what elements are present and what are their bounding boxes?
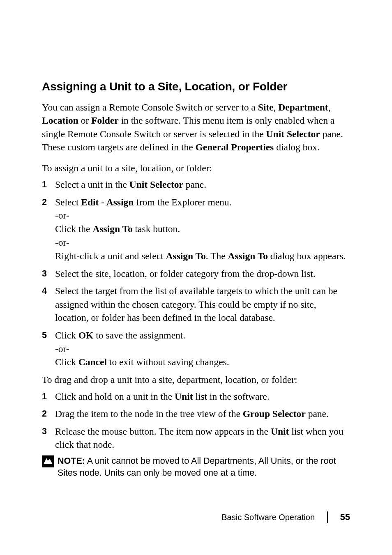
note-body: A unit cannot be moved to All Department… [58,456,336,478]
text: task button. [133,223,180,234]
bold-group-selector: Group Selector [243,408,306,419]
list-number: 1 [42,390,55,403]
bold-unit: Unit [175,391,193,402]
text: . The [206,251,228,261]
text: You can assign a Remote Console Switch o… [42,102,258,113]
intro-paragraph: You can assign a Remote Console Switch o… [42,101,350,154]
bold-assign-to: Assign To [166,251,206,261]
text: Click [55,357,78,367]
bold-ok: OK [78,330,94,341]
or-text: -or- [55,342,350,356]
text: Right-click a unit and select [55,251,166,261]
bold-site: Site [258,102,274,113]
text: dialog box. [274,142,320,152]
list-number: 2 [42,196,55,263]
list-number: 3 [42,425,55,451]
text: list in the software. [193,391,270,402]
bold-department: Department [278,102,328,113]
bold-unit-selector: Unit Selector [266,129,320,139]
footer-page-number: 55 [340,512,350,523]
note-block: NOTE: A unit cannot be moved to All Depa… [42,455,350,479]
note-icon [42,455,54,467]
bold-general-properties: General Properties [195,142,274,152]
list-number: 1 [42,178,55,191]
text: Select a unit in the [55,179,129,190]
lead-text-1: To assign a unit to a site, location, or… [42,161,350,175]
list-item: 3 Release the mouse button. The item now… [42,425,350,451]
list-item: 1 Select a unit in the Unit Selector pan… [42,178,350,191]
list-item: 5 Click OK to save the assignment. -or- … [42,329,350,369]
list-item: 4 Select the target from the list of ava… [42,284,350,324]
list-number: 2 [42,407,55,420]
text: Click and hold on a unit in the [55,391,175,402]
bold-unit-selector: Unit Selector [129,179,183,190]
text: Select [55,197,81,207]
note-label: NOTE: [58,456,85,466]
text: Release the mouse button. The item now a… [55,426,271,437]
text: dialog box appears. [268,251,346,261]
text: or [78,115,91,126]
bold-location: Location [42,115,78,126]
text: to exit without saving changes. [107,357,229,367]
list-number: 5 [42,329,55,369]
list-item: 1 Click and hold on a unit in the Unit l… [42,390,350,403]
text: pane. [183,179,206,190]
list-item: 2 Drag the item to the node in the tree … [42,407,350,420]
bold-folder: Folder [91,115,119,126]
list-item: 2 Select Edit - Assign from the Explorer… [42,196,350,263]
section-heading: Assigning a Unit to a Site, Location, or… [42,80,350,93]
text: Click the [55,223,92,234]
text: to save the assignment. [93,330,185,341]
list-number: 4 [42,284,55,324]
footer-section-name: Basic Software Operation [221,513,315,522]
text: from the Explorer menu. [134,197,231,207]
text: Drag the item to the node in the tree vi… [55,408,243,419]
text: , [274,102,279,113]
bold-edit-assign: Edit - Assign [81,197,134,207]
text: pane. [306,408,329,419]
page-footer: Basic Software Operation 55 [221,511,350,523]
or-text: -or- [55,236,350,249]
or-text: -or- [55,209,350,222]
footer-separator [327,511,328,523]
list-body-text: Select the target from the list of avail… [55,284,350,324]
text: , [328,102,331,113]
lead-text-2: To drag and drop a unit into a site, dep… [42,373,350,386]
bold-unit: Unit [271,426,289,437]
bold-assign-to: Assign To [228,251,268,261]
text: Click [55,330,78,341]
list-body-text: Select the site, location, or folder cat… [55,267,350,280]
list-number: 3 [42,267,55,280]
list-item: 3 Select the site, location, or folder c… [42,267,350,280]
bold-cancel: Cancel [78,357,107,367]
bold-assign-to: Assign To [92,223,132,234]
